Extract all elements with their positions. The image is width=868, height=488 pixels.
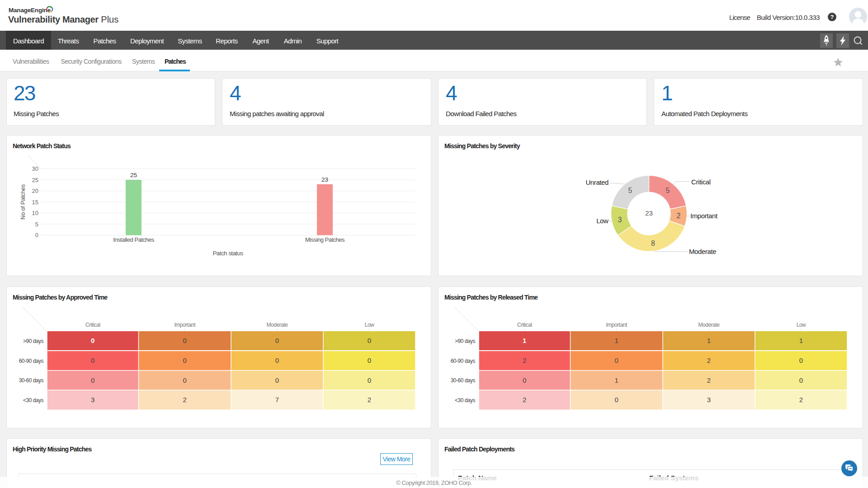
- svg-text:Moderate: Moderate: [698, 322, 720, 328]
- svg-text:10: 10: [32, 210, 38, 216]
- svg-text:Missing Patches: Missing Patches: [305, 236, 345, 243]
- svg-text:0: 0: [615, 396, 618, 404]
- svg-text:0: 0: [275, 357, 279, 364]
- svg-text:Important: Important: [690, 212, 718, 220]
- svg-text:Important: Important: [174, 322, 196, 328]
- svg-text:No of Patches: No of Patches: [19, 184, 26, 220]
- svg-text:Low: Low: [596, 217, 609, 225]
- svg-text:2: 2: [799, 396, 803, 404]
- svg-text:Low: Low: [365, 322, 374, 328]
- svg-text:<30 days: <30 days: [455, 397, 476, 404]
- svg-text:2: 2: [183, 396, 187, 404]
- svg-text:0: 0: [183, 337, 187, 344]
- svg-text:23: 23: [321, 176, 328, 183]
- svg-text:30: 30: [32, 165, 38, 172]
- svg-text:20: 20: [32, 188, 38, 194]
- svg-text:Moderate: Moderate: [689, 248, 716, 255]
- svg-text:3: 3: [707, 396, 711, 404]
- svg-text:2: 2: [523, 396, 526, 404]
- svg-text:3: 3: [618, 216, 622, 224]
- svg-text:0: 0: [275, 376, 279, 384]
- svg-text:30-60 days: 30-60 days: [451, 377, 476, 384]
- svg-text:1: 1: [615, 376, 618, 384]
- svg-text:25: 25: [130, 172, 137, 178]
- svg-text:0: 0: [615, 357, 618, 364]
- svg-text:Critical: Critical: [517, 322, 532, 328]
- svg-text:2: 2: [707, 376, 711, 384]
- svg-text:0: 0: [91, 337, 94, 344]
- svg-text:25: 25: [32, 177, 38, 183]
- svg-text:1: 1: [615, 337, 618, 344]
- svg-text:Patch status: Patch status: [212, 250, 243, 257]
- svg-text:>90 days: >90 days: [455, 338, 476, 344]
- svg-text:1: 1: [707, 337, 711, 344]
- svg-text:Low: Low: [797, 322, 806, 328]
- svg-text:Critical: Critical: [85, 322, 100, 328]
- svg-text:15: 15: [32, 199, 38, 206]
- svg-text:Moderate: Moderate: [266, 322, 288, 328]
- svg-text:2: 2: [368, 396, 371, 404]
- svg-text:0: 0: [275, 337, 279, 344]
- svg-text:0: 0: [91, 376, 94, 384]
- svg-text:60-90 days: 60-90 days: [19, 358, 44, 364]
- svg-text:Installed Patches: Installed Patches: [113, 236, 155, 243]
- svg-text:7: 7: [275, 396, 279, 404]
- svg-text:5: 5: [666, 187, 670, 194]
- svg-text:1: 1: [799, 337, 803, 344]
- svg-text:1: 1: [523, 337, 526, 344]
- svg-text:0: 0: [368, 376, 371, 384]
- svg-text:0: 0: [91, 357, 94, 364]
- svg-text:2: 2: [523, 357, 526, 364]
- svg-text:5: 5: [628, 187, 632, 194]
- svg-text:>90 days: >90 days: [23, 338, 44, 344]
- svg-text:0: 0: [799, 357, 803, 364]
- svg-text:0: 0: [368, 337, 371, 344]
- svg-text:0: 0: [368, 357, 371, 364]
- svg-text:0: 0: [35, 232, 38, 239]
- svg-text:23: 23: [645, 209, 653, 217]
- svg-text:2: 2: [707, 357, 711, 364]
- svg-text:Unrated: Unrated: [585, 178, 609, 186]
- svg-text:Critical: Critical: [691, 178, 711, 186]
- svg-text:30-60 days: 30-60 days: [19, 377, 44, 384]
- svg-text:0: 0: [523, 376, 526, 384]
- svg-text:3: 3: [91, 396, 94, 404]
- svg-text:0: 0: [183, 357, 187, 364]
- svg-text:60-90 days: 60-90 days: [451, 358, 476, 364]
- svg-text:5: 5: [35, 221, 38, 228]
- svg-text:0: 0: [183, 376, 187, 384]
- svg-text:0: 0: [799, 376, 803, 384]
- svg-text:8: 8: [651, 239, 655, 247]
- svg-text:Important: Important: [606, 322, 627, 328]
- svg-text:2: 2: [677, 212, 681, 220]
- svg-text:<30 days: <30 days: [23, 397, 44, 404]
